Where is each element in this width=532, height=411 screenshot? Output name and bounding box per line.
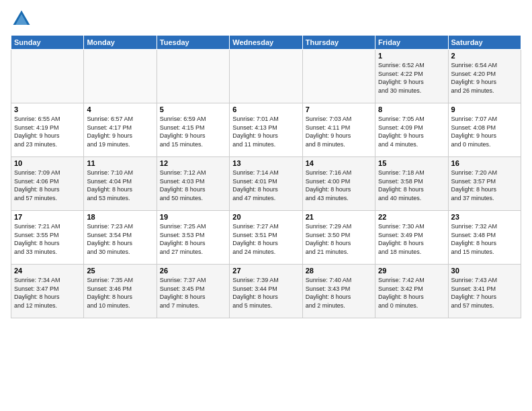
calendar-cell: 25Sunrise: 7:35 AM Sunset: 3:46 PM Dayli…: [84, 265, 157, 318]
day-info: Sunrise: 7:34 AM Sunset: 3:47 PM Dayligh…: [14, 276, 81, 310]
day-info: Sunrise: 7:37 AM Sunset: 3:45 PM Dayligh…: [160, 276, 226, 310]
day-number: 12: [160, 159, 226, 167]
day-number: 11: [87, 159, 153, 167]
calendar-cell: 27Sunrise: 7:39 AM Sunset: 3:44 PM Dayli…: [230, 265, 302, 318]
calendar-week-row: 17Sunrise: 7:21 AM Sunset: 3:55 PM Dayli…: [11, 211, 521, 265]
calendar: SundayMondayTuesdayWednesdayThursdayFrid…: [11, 35, 521, 318]
weekday-header-friday: Friday: [375, 36, 448, 50]
day-info: Sunrise: 6:57 AM Sunset: 4:17 PM Dayligh…: [87, 115, 153, 148]
day-number: 14: [306, 159, 372, 167]
day-info: Sunrise: 7:21 AM Sunset: 3:55 PM Dayligh…: [14, 222, 81, 256]
weekday-header-monday: Monday: [84, 36, 157, 50]
day-info: Sunrise: 7:20 AM Sunset: 3:57 PM Dayligh…: [451, 169, 518, 202]
calendar-cell: 7Sunrise: 7:03 AM Sunset: 4:11 PM Daylig…: [302, 103, 375, 157]
day-number: 24: [14, 267, 81, 275]
weekday-header-thursday: Thursday: [302, 36, 375, 50]
logo: [11, 8, 35, 30]
calendar-cell: 15Sunrise: 7:18 AM Sunset: 3:58 PM Dayli…: [375, 157, 448, 211]
day-number: 19: [160, 213, 226, 221]
day-number: 1: [378, 52, 445, 60]
day-info: Sunrise: 6:52 AM Sunset: 4:22 PM Dayligh…: [378, 61, 445, 95]
day-info: Sunrise: 7:18 AM Sunset: 3:58 PM Dayligh…: [378, 169, 445, 202]
day-info: Sunrise: 7:30 AM Sunset: 3:49 PM Dayligh…: [378, 222, 445, 256]
day-info: Sunrise: 7:35 AM Sunset: 3:46 PM Dayligh…: [87, 276, 153, 310]
calendar-cell: 17Sunrise: 7:21 AM Sunset: 3:55 PM Dayli…: [11, 211, 84, 265]
calendar-week-row: 3Sunrise: 6:55 AM Sunset: 4:19 PM Daylig…: [11, 103, 521, 157]
day-info: Sunrise: 7:05 AM Sunset: 4:09 PM Dayligh…: [378, 115, 445, 148]
day-number: 10: [14, 159, 81, 167]
day-number: 16: [451, 159, 518, 167]
calendar-cell: 21Sunrise: 7:29 AM Sunset: 3:50 PM Dayli…: [302, 211, 375, 265]
calendar-cell: 2Sunrise: 6:54 AM Sunset: 4:20 PM Daylig…: [448, 50, 521, 103]
calendar-cell: 13Sunrise: 7:14 AM Sunset: 4:01 PM Dayli…: [230, 157, 302, 211]
calendar-cell: [302, 50, 375, 103]
day-info: Sunrise: 7:23 AM Sunset: 3:54 PM Dayligh…: [87, 222, 153, 256]
calendar-cell: 28Sunrise: 7:40 AM Sunset: 3:43 PM Dayli…: [302, 265, 375, 318]
day-info: Sunrise: 7:42 AM Sunset: 3:42 PM Dayligh…: [378, 276, 445, 310]
calendar-cell: 6Sunrise: 7:01 AM Sunset: 4:13 PM Daylig…: [230, 103, 302, 157]
calendar-cell: 18Sunrise: 7:23 AM Sunset: 3:54 PM Dayli…: [84, 211, 157, 265]
calendar-cell: 3Sunrise: 6:55 AM Sunset: 4:19 PM Daylig…: [11, 103, 84, 157]
day-number: 22: [378, 213, 445, 221]
page: SundayMondayTuesdayWednesdayThursdayFrid…: [0, 0, 532, 411]
logo-icon: [11, 8, 32, 30]
calendar-week-row: 1Sunrise: 6:52 AM Sunset: 4:22 PM Daylig…: [11, 50, 521, 103]
calendar-cell: 19Sunrise: 7:25 AM Sunset: 3:53 PM Dayli…: [157, 211, 229, 265]
day-number: 29: [378, 267, 445, 275]
calendar-cell: 26Sunrise: 7:37 AM Sunset: 3:45 PM Dayli…: [157, 265, 229, 318]
day-info: Sunrise: 7:07 AM Sunset: 4:08 PM Dayligh…: [451, 115, 518, 148]
weekday-header-saturday: Saturday: [448, 36, 521, 50]
calendar-cell: 8Sunrise: 7:05 AM Sunset: 4:09 PM Daylig…: [375, 103, 448, 157]
day-info: Sunrise: 7:01 AM Sunset: 4:13 PM Dayligh…: [232, 115, 299, 148]
calendar-cell: 16Sunrise: 7:20 AM Sunset: 3:57 PM Dayli…: [448, 157, 521, 211]
calendar-cell: 4Sunrise: 6:57 AM Sunset: 4:17 PM Daylig…: [84, 103, 157, 157]
day-info: Sunrise: 7:03 AM Sunset: 4:11 PM Dayligh…: [306, 115, 372, 148]
calendar-cell: 14Sunrise: 7:16 AM Sunset: 4:00 PM Dayli…: [302, 157, 375, 211]
weekday-header-row: SundayMondayTuesdayWednesdayThursdayFrid…: [11, 36, 521, 50]
calendar-cell: 29Sunrise: 7:42 AM Sunset: 3:42 PM Dayli…: [375, 265, 448, 318]
calendar-cell: 22Sunrise: 7:30 AM Sunset: 3:49 PM Dayli…: [375, 211, 448, 265]
day-info: Sunrise: 7:40 AM Sunset: 3:43 PM Dayligh…: [306, 276, 372, 310]
day-info: Sunrise: 7:12 AM Sunset: 4:03 PM Dayligh…: [160, 169, 226, 202]
day-number: 17: [14, 213, 81, 221]
day-info: Sunrise: 7:39 AM Sunset: 3:44 PM Dayligh…: [232, 276, 299, 310]
day-info: Sunrise: 6:55 AM Sunset: 4:19 PM Dayligh…: [14, 115, 81, 148]
calendar-cell: 20Sunrise: 7:27 AM Sunset: 3:51 PM Dayli…: [230, 211, 302, 265]
day-number: 3: [14, 105, 81, 113]
day-number: 8: [378, 105, 445, 113]
calendar-cell: 1Sunrise: 6:52 AM Sunset: 4:22 PM Daylig…: [375, 50, 448, 103]
day-number: 7: [306, 105, 372, 113]
calendar-cell: 9Sunrise: 7:07 AM Sunset: 4:08 PM Daylig…: [448, 103, 521, 157]
day-number: 28: [306, 267, 372, 275]
calendar-week-row: 24Sunrise: 7:34 AM Sunset: 3:47 PM Dayli…: [11, 265, 521, 318]
calendar-cell: 11Sunrise: 7:10 AM Sunset: 4:04 PM Dayli…: [84, 157, 157, 211]
day-info: Sunrise: 6:59 AM Sunset: 4:15 PM Dayligh…: [160, 115, 226, 148]
weekday-header-tuesday: Tuesday: [157, 36, 229, 50]
day-info: Sunrise: 7:32 AM Sunset: 3:48 PM Dayligh…: [451, 222, 518, 256]
calendar-cell: 24Sunrise: 7:34 AM Sunset: 3:47 PM Dayli…: [11, 265, 84, 318]
day-number: 25: [87, 267, 153, 275]
day-number: 4: [87, 105, 153, 113]
calendar-cell: [11, 50, 84, 103]
calendar-cell: [157, 50, 229, 103]
day-number: 15: [378, 159, 445, 167]
day-number: 20: [232, 213, 299, 221]
day-number: 26: [160, 267, 226, 275]
calendar-cell: 23Sunrise: 7:32 AM Sunset: 3:48 PM Dayli…: [448, 211, 521, 265]
calendar-cell: 30Sunrise: 7:43 AM Sunset: 3:41 PM Dayli…: [448, 265, 521, 318]
calendar-cell: 10Sunrise: 7:09 AM Sunset: 4:06 PM Dayli…: [11, 157, 84, 211]
day-info: Sunrise: 7:10 AM Sunset: 4:04 PM Dayligh…: [87, 169, 153, 202]
day-info: Sunrise: 7:16 AM Sunset: 4:00 PM Dayligh…: [306, 169, 372, 202]
calendar-cell: [84, 50, 157, 103]
day-number: 18: [87, 213, 153, 221]
day-info: Sunrise: 7:09 AM Sunset: 4:06 PM Dayligh…: [14, 169, 81, 202]
day-info: Sunrise: 7:43 AM Sunset: 3:41 PM Dayligh…: [451, 276, 518, 310]
day-number: 23: [451, 213, 518, 221]
day-number: 2: [451, 52, 518, 60]
header: [11, 8, 521, 30]
calendar-week-row: 10Sunrise: 7:09 AM Sunset: 4:06 PM Dayli…: [11, 157, 521, 211]
calendar-cell: 5Sunrise: 6:59 AM Sunset: 4:15 PM Daylig…: [157, 103, 229, 157]
day-number: 13: [232, 159, 299, 167]
weekday-header-wednesday: Wednesday: [230, 36, 302, 50]
calendar-cell: [230, 50, 302, 103]
